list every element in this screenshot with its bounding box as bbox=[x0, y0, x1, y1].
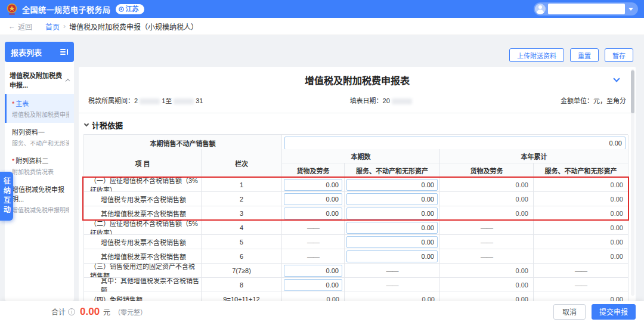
row-8-label: 其中：其他增值税发票不含税销售额 bbox=[84, 278, 202, 292]
row-2-col-1-input[interactable] bbox=[284, 193, 342, 205]
row-7-col-3-value: 0.00 bbox=[440, 264, 534, 278]
row-1-col-4-value: 0.00 bbox=[534, 178, 628, 192]
reset-button[interactable]: 重置 bbox=[570, 48, 599, 62]
footer-bar: 合计 i 0.00 元 （零元整） 取消 提交申报 bbox=[0, 301, 644, 322]
row-7-col-1-input[interactable] bbox=[284, 265, 342, 277]
row-3-col-2-input[interactable] bbox=[346, 208, 438, 219]
row-4-col-2-input[interactable] bbox=[346, 222, 438, 234]
region-badge-label: 江苏 bbox=[126, 4, 139, 14]
row-7-col-2-not-applicable: —— bbox=[345, 264, 440, 278]
sidebar-item-2[interactable]: *附列资料二附加税费情况表 bbox=[5, 151, 74, 180]
row-6-label: 其他增值税发票不含税销售额 bbox=[84, 249, 202, 264]
sidebar-group-label: 增值税及附加税费申报... bbox=[10, 70, 66, 89]
cancel-button[interactable]: 取消 bbox=[553, 304, 586, 320]
row-1-line-no: 1 bbox=[202, 178, 282, 192]
scrollbar-thumb[interactable] bbox=[631, 70, 634, 113]
row-1-col-1-input[interactable] bbox=[284, 179, 342, 191]
row-7-col-1-cell bbox=[282, 264, 345, 278]
col-group-current-period: 本期数 bbox=[282, 149, 440, 163]
row-6-col-2-cell bbox=[345, 249, 440, 264]
user-account-menu[interactable] bbox=[534, 2, 638, 16]
collapse-form-chevron-icon[interactable] bbox=[613, 75, 620, 82]
row-5-col-2-input[interactable] bbox=[346, 236, 438, 248]
sidebar-item-subtitle: 服务、不动产和无形资产扣.. bbox=[12, 138, 69, 147]
row-2-label: 增值税专用发票不含税销售额 bbox=[84, 192, 202, 206]
sidebar-item-3[interactable]: 增值税减免税申报明...增值税减免税申报明细表 bbox=[5, 180, 74, 218]
sidebar-item-1[interactable]: 附列资料一服务、不动产和无形资产扣.. bbox=[5, 123, 74, 151]
sidebar-item-subtitle: 附加税费情况表 bbox=[12, 167, 69, 176]
upload-attachments-button[interactable]: 上传附送资料 bbox=[509, 48, 564, 62]
row-4-label: （二）应征增值税不含税销售额（5%征收率） bbox=[84, 221, 202, 235]
row-8-col-4-not-applicable: —— bbox=[534, 278, 628, 292]
sidebar-collapse-icon[interactable] bbox=[60, 49, 68, 55]
row-5-label: 增值税专用发票不含税销售额 bbox=[84, 235, 202, 249]
row-5-col-3-not-applicable: —— bbox=[440, 235, 534, 249]
row-6-col-2-input[interactable] bbox=[346, 250, 438, 262]
row-4-col-3-not-applicable: —— bbox=[440, 221, 534, 235]
chevron-down-icon bbox=[628, 8, 633, 11]
sidebar-item-subtitle: 增值税减免税申报明细表 bbox=[12, 205, 69, 214]
tax-interaction-floating-tab[interactable]: 征纳互动 bbox=[0, 172, 13, 221]
required-asterisk: * bbox=[12, 100, 14, 107]
form-toolbar: 上传附送资料 重置 暂存 bbox=[509, 48, 633, 62]
row-4-line-no: 4 bbox=[202, 221, 282, 235]
tax-bureau-emblem-icon bbox=[6, 3, 18, 15]
total-in-words: （零元整） bbox=[114, 307, 147, 317]
back-arrow-icon: ← bbox=[8, 22, 16, 30]
row-6-col-3-not-applicable: —— bbox=[440, 249, 534, 264]
row-7-line-no: 7(7≥8) bbox=[202, 264, 282, 278]
breadcrumb-home-link[interactable]: 首页 bbox=[45, 21, 60, 32]
row-3-line-no: 3 bbox=[202, 206, 282, 221]
info-icon[interactable]: i bbox=[68, 308, 75, 315]
user-name-box bbox=[548, 4, 625, 14]
breadcrumb: ← 返回 首页 › 增值税及附加税费申报（小规模纳税人） bbox=[0, 18, 644, 35]
property-sales-input[interactable] bbox=[284, 137, 626, 150]
row-3-col-1-input[interactable] bbox=[284, 208, 342, 219]
row-4-col-1-not-applicable: —— bbox=[282, 221, 345, 235]
tax-basis-table: 本期销售不动产销售额 项 目 栏次 本期数 本年累计 货物及劳务 服务、不动产和… bbox=[83, 134, 628, 306]
row-3-col-3-value: 0.00 bbox=[440, 206, 534, 221]
tax-period: 税款所属期间：21至31 bbox=[88, 95, 203, 105]
row-5-line-no: 5 bbox=[202, 235, 282, 249]
user-avatar-icon bbox=[535, 4, 546, 14]
tax-basis-table-wrap: 本期销售不动产销售额 项 目 栏次 本期数 本年累计 货物及劳务 服务、不动产和… bbox=[83, 134, 628, 306]
row-6-col-1-not-applicable: —— bbox=[282, 249, 345, 264]
page: 全国统一规范电子税务局 江苏 ← 返回 首页 › 增值税及附加税费申报（小规模纳… bbox=[0, 0, 644, 322]
sidebar-title: 报表列表 bbox=[11, 47, 42, 58]
row-6-col-4-value: 0.00 bbox=[534, 249, 628, 264]
location-pin-icon bbox=[119, 7, 124, 12]
redacted-date bbox=[174, 98, 194, 104]
fill-date: 填表日期：20 bbox=[350, 95, 414, 105]
row-1-col-2-input[interactable] bbox=[346, 179, 438, 191]
row-5-col-2-cell bbox=[345, 235, 440, 249]
col-header-goods-services: 货物及劳务 bbox=[440, 163, 534, 178]
sidebar-group-vat-declaration[interactable]: 增值税及附加税费申报... bbox=[5, 62, 74, 94]
row-8-col-3-value: 0.00 bbox=[440, 278, 534, 292]
sidebar-item-subtitle: 增值税及附加税费申报表 bbox=[12, 110, 69, 119]
row-1-col-2-cell bbox=[345, 178, 440, 192]
col-group-year-to-date: 本年累计 bbox=[440, 149, 628, 163]
row-2-col-2-input[interactable] bbox=[346, 193, 438, 205]
row-2-col-2-cell bbox=[345, 192, 440, 206]
region-badge[interactable]: 江苏 bbox=[116, 4, 144, 14]
back-button[interactable]: ← 返回 bbox=[8, 21, 32, 32]
breadcrumb-separator: › bbox=[63, 22, 66, 30]
row-3-col-2-cell bbox=[345, 206, 440, 221]
total-amount: 0.00 bbox=[80, 306, 100, 318]
col-header-line-no: 栏次 bbox=[202, 149, 282, 178]
required-asterisk: * bbox=[12, 157, 14, 165]
row-5-col-1-not-applicable: —— bbox=[282, 235, 345, 249]
section-title: 计税依据 bbox=[92, 119, 123, 131]
submit-declaration-button[interactable]: 提交申报 bbox=[592, 304, 636, 320]
sidebar-item-label: *附列资料二 bbox=[12, 156, 69, 165]
tax-basis-section-header[interactable]: 计税依据 bbox=[79, 113, 636, 134]
sidebar-item-0[interactable]: *主表增值税及附加税费申报表 bbox=[5, 94, 74, 123]
save-draft-button[interactable]: 暂存 bbox=[605, 48, 633, 62]
sidebar-item-label: *主表 bbox=[12, 98, 69, 108]
row-1-label: （一）应征增值税不含税销售额（3%征收率） bbox=[84, 178, 202, 192]
sidebar-items: *主表增值税及附加税费申报表附列资料一服务、不动产和无形资产扣..*附列资料二附… bbox=[5, 94, 74, 218]
row-2-col-4-value: 0.00 bbox=[534, 192, 628, 206]
row-8-col-1-input[interactable] bbox=[284, 279, 342, 291]
row-2-col-3-value: 0.00 bbox=[440, 192, 534, 206]
breadcrumb-current-page: 增值税及附加税费申报（小规模纳税人） bbox=[69, 21, 198, 32]
